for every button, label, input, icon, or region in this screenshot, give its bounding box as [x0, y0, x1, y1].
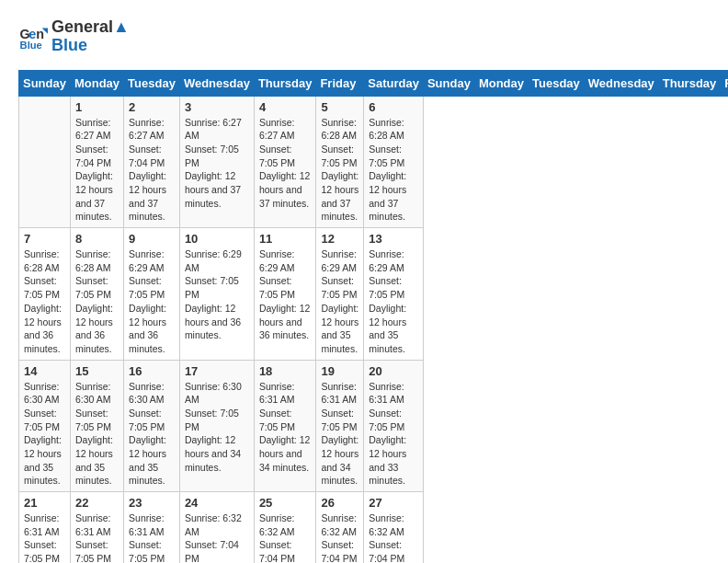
day-number: 17 — [185, 364, 249, 378]
calendar-cell: 27Sunrise: 6:32 AMSunset: 7:04 PMDayligh… — [364, 492, 424, 563]
logo: G e n Blue General▲ Blue — [18, 18, 130, 55]
calendar-cell: 25Sunrise: 6:32 AMSunset: 7:04 PMDayligh… — [254, 492, 316, 563]
day-number: 6 — [369, 100, 418, 114]
cell-info: Sunrise: 6:30 AMSunset: 7:05 PMDaylight:… — [129, 380, 175, 488]
calendar-cell: 18Sunrise: 6:31 AMSunset: 7:05 PMDayligh… — [254, 360, 316, 492]
day-number: 16 — [129, 364, 175, 378]
calendar-cell: 1Sunrise: 6:27 AMSunset: 7:04 PMDaylight… — [70, 96, 123, 228]
cell-info: Sunrise: 6:27 AMSunset: 7:05 PMDaylight:… — [185, 116, 249, 211]
cell-info: Sunrise: 6:31 AMSunset: 7:05 PMDaylight:… — [75, 511, 119, 563]
calendar-cell: 20Sunrise: 6:31 AMSunset: 7:05 PMDayligh… — [364, 360, 424, 492]
cell-info: Sunrise: 6:32 AMSunset: 7:04 PMDaylight:… — [259, 511, 312, 563]
cell-info: Sunrise: 6:30 AMSunset: 7:05 PMDaylight:… — [75, 380, 119, 488]
calendar-cell: 15Sunrise: 6:30 AMSunset: 7:05 PMDayligh… — [70, 360, 123, 492]
cell-info: Sunrise: 6:32 AMSunset: 7:04 PMDaylight:… — [369, 511, 418, 563]
cell-info: Sunrise: 6:31 AMSunset: 7:05 PMDaylight:… — [321, 380, 358, 488]
calendar-cell: 24Sunrise: 6:32 AMSunset: 7:04 PMDayligh… — [179, 492, 254, 563]
calendar-cell: 26Sunrise: 6:32 AMSunset: 7:04 PMDayligh… — [316, 492, 364, 563]
day-number: 18 — [259, 364, 312, 378]
calendar-cell: 16Sunrise: 6:30 AMSunset: 7:05 PMDayligh… — [124, 360, 180, 492]
calendar-cell: 5Sunrise: 6:28 AMSunset: 7:05 PMDaylight… — [316, 96, 364, 228]
day-number: 3 — [185, 100, 249, 114]
cell-info: Sunrise: 6:28 AMSunset: 7:05 PMDaylight:… — [24, 247, 65, 356]
col-header-tuesday: Tuesday — [124, 70, 180, 96]
calendar-cell: 22Sunrise: 6:31 AMSunset: 7:05 PMDayligh… — [70, 492, 123, 563]
page-header: G e n Blue General▲ Blue — [18, 18, 710, 55]
cell-info: Sunrise: 6:32 AMSunset: 7:04 PMDaylight:… — [321, 511, 358, 563]
day-number: 8 — [75, 232, 119, 246]
calendar-table: SundayMondayTuesdayWednesdayThursdayFrid… — [18, 70, 728, 563]
day-number: 22 — [75, 496, 119, 510]
col-header-sunday: Sunday — [19, 70, 71, 96]
day-number: 10 — [185, 232, 249, 246]
cell-info: Sunrise: 6:30 AMSunset: 7:05 PMDaylight:… — [185, 380, 249, 475]
col-header-sunday: Sunday — [423, 70, 474, 96]
day-number: 14 — [24, 364, 65, 378]
day-number: 5 — [321, 100, 358, 114]
calendar-cell: 2Sunrise: 6:27 AMSunset: 7:04 PMDaylight… — [124, 96, 180, 228]
cell-info: Sunrise: 6:31 AMSunset: 7:05 PMDaylight:… — [369, 380, 418, 488]
col-header-wednesday: Wednesday — [584, 70, 658, 96]
calendar-cell: 3Sunrise: 6:27 AMSunset: 7:05 PMDaylight… — [179, 96, 254, 228]
day-number: 24 — [185, 496, 249, 510]
day-number: 19 — [321, 364, 358, 378]
cell-info: Sunrise: 6:29 AMSunset: 7:05 PMDaylight:… — [321, 247, 358, 356]
cell-info: Sunrise: 6:28 AMSunset: 7:05 PMDaylight:… — [369, 116, 418, 224]
calendar-cell: 10Sunrise: 6:29 AMSunset: 7:05 PMDayligh… — [179, 228, 254, 361]
calendar-cell: 13Sunrise: 6:29 AMSunset: 7:05 PMDayligh… — [364, 228, 424, 361]
calendar-cell: 6Sunrise: 6:28 AMSunset: 7:05 PMDaylight… — [364, 96, 424, 228]
day-number: 9 — [129, 232, 175, 246]
day-number: 1 — [75, 100, 119, 114]
calendar-cell: 4Sunrise: 6:27 AMSunset: 7:05 PMDaylight… — [254, 96, 316, 228]
day-number: 12 — [321, 232, 358, 246]
col-header-monday: Monday — [474, 70, 528, 96]
calendar-week-row: 1Sunrise: 6:27 AMSunset: 7:04 PMDaylight… — [19, 96, 729, 228]
day-number: 20 — [369, 364, 418, 378]
cell-info: Sunrise: 6:31 AMSunset: 7:05 PMDaylight:… — [129, 511, 175, 563]
calendar-cell: 9Sunrise: 6:29 AMSunset: 7:05 PMDaylight… — [124, 228, 180, 361]
col-header-monday: Monday — [70, 70, 123, 96]
calendar-cell: 11Sunrise: 6:29 AMSunset: 7:05 PMDayligh… — [254, 228, 316, 361]
day-number: 21 — [24, 496, 65, 510]
cell-info: Sunrise: 6:31 AMSunset: 7:05 PMDaylight:… — [24, 511, 65, 563]
col-header-saturday: Saturday — [364, 70, 424, 96]
calendar-cell: 17Sunrise: 6:30 AMSunset: 7:05 PMDayligh… — [179, 360, 254, 492]
cell-info: Sunrise: 6:31 AMSunset: 7:05 PMDaylight:… — [259, 380, 312, 475]
calendar-cell — [19, 96, 71, 228]
day-number: 2 — [129, 100, 175, 114]
col-header-thursday: Thursday — [658, 70, 721, 96]
day-number: 7 — [24, 232, 65, 246]
calendar-cell: 19Sunrise: 6:31 AMSunset: 7:05 PMDayligh… — [316, 360, 364, 492]
cell-info: Sunrise: 6:29 AMSunset: 7:05 PMDaylight:… — [129, 247, 175, 356]
cell-info: Sunrise: 6:27 AMSunset: 7:05 PMDaylight:… — [259, 116, 312, 211]
cell-info: Sunrise: 6:29 AMSunset: 7:05 PMDaylight:… — [185, 247, 249, 342]
cell-info: Sunrise: 6:32 AMSunset: 7:04 PMDaylight:… — [185, 511, 249, 563]
calendar-cell: 12Sunrise: 6:29 AMSunset: 7:05 PMDayligh… — [316, 228, 364, 361]
calendar-cell: 8Sunrise: 6:28 AMSunset: 7:05 PMDaylight… — [70, 228, 123, 361]
logo-icon: G e n Blue — [18, 22, 48, 52]
col-header-tuesday: Tuesday — [529, 70, 585, 96]
cell-info: Sunrise: 6:27 AMSunset: 7:04 PMDaylight:… — [75, 116, 119, 224]
calendar-cell: 21Sunrise: 6:31 AMSunset: 7:05 PMDayligh… — [19, 492, 71, 563]
day-number: 26 — [321, 496, 358, 510]
day-number: 4 — [259, 100, 312, 114]
cell-info: Sunrise: 6:28 AMSunset: 7:05 PMDaylight:… — [321, 116, 358, 224]
logo-text: General▲ Blue — [51, 18, 130, 55]
calendar-header-row: SundayMondayTuesdayWednesdayThursdayFrid… — [19, 70, 729, 96]
calendar-cell: 7Sunrise: 6:28 AMSunset: 7:05 PMDaylight… — [19, 228, 71, 361]
day-number: 25 — [259, 496, 312, 510]
cell-info: Sunrise: 6:30 AMSunset: 7:05 PMDaylight:… — [24, 380, 65, 488]
col-header-friday: Friday — [721, 70, 728, 96]
day-number: 15 — [75, 364, 119, 378]
cell-info: Sunrise: 6:28 AMSunset: 7:05 PMDaylight:… — [75, 247, 119, 356]
calendar-cell: 23Sunrise: 6:31 AMSunset: 7:05 PMDayligh… — [124, 492, 180, 563]
col-header-friday: Friday — [316, 70, 364, 96]
svg-text:Blue: Blue — [20, 40, 42, 51]
calendar-week-row: 7Sunrise: 6:28 AMSunset: 7:05 PMDaylight… — [19, 228, 729, 361]
day-number: 27 — [369, 496, 418, 510]
cell-info: Sunrise: 6:29 AMSunset: 7:05 PMDaylight:… — [369, 247, 418, 356]
calendar-week-row: 21Sunrise: 6:31 AMSunset: 7:05 PMDayligh… — [19, 492, 729, 563]
day-number: 23 — [129, 496, 175, 510]
cell-info: Sunrise: 6:29 AMSunset: 7:05 PMDaylight:… — [259, 247, 312, 342]
day-number: 13 — [369, 232, 418, 246]
